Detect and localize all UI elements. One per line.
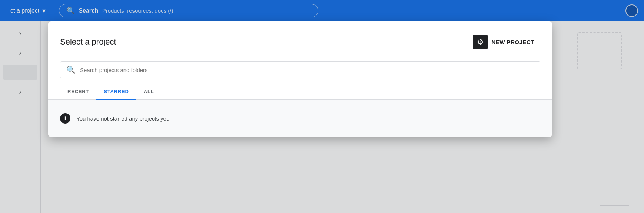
modal-title: Select a project <box>60 37 116 47</box>
info-icon: i <box>60 113 70 124</box>
no-starred-message: You have not starred any projects yet. <box>76 115 169 122</box>
modal-header: Select a project ⚙ NEW PROJECT <box>48 21 552 58</box>
project-tabs: RECENT STARRED ALL <box>48 84 552 100</box>
new-project-label: NEW PROJECT <box>491 39 534 45</box>
new-project-button[interactable]: ⚙ NEW PROJECT <box>467 32 540 52</box>
project-search-wrapper: 🔍 <box>60 61 540 78</box>
tab-recent[interactable]: RECENT <box>60 84 96 100</box>
project-search-input[interactable] <box>80 67 534 73</box>
new-project-icon: ⚙ <box>473 35 488 49</box>
tab-all[interactable]: ALL <box>136 84 162 100</box>
modal-search-container: 🔍 <box>48 58 552 84</box>
search-icon: 🔍 <box>66 65 76 74</box>
tab-content-starred: i You have not starred any projects yet. <box>48 100 552 137</box>
select-project-modal: Select a project ⚙ NEW PROJECT 🔍 RECENT … <box>48 21 552 137</box>
tab-starred[interactable]: STARRED <box>96 84 136 100</box>
